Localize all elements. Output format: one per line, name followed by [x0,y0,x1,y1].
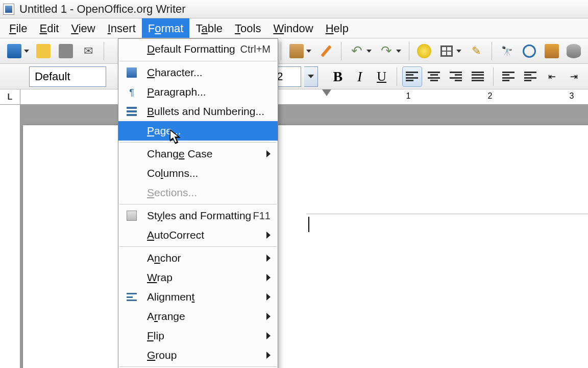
toolbar-separator [409,42,409,60]
menu-insert[interactable]: Insert [102,18,142,38]
styles-icon [7,70,21,84]
standard-toolbar: 🔭 [0,38,588,64]
bold-button[interactable]: B [328,66,348,87]
format-paintbrush-button[interactable] [316,41,336,61]
increase-indent-button[interactable]: ⇥ [564,66,584,87]
align-justify-button[interactable] [468,66,488,87]
menu-change-case[interactable]: Change Case [118,144,278,164]
paragraph-style-combo[interactable]: Default [29,66,106,87]
menu-flip[interactable]: Flip [118,326,278,346]
folder-icon [36,44,51,58]
menu-page[interactable]: Page... [118,121,278,141]
menu-arrange[interactable]: Arrange [118,307,278,326]
align-left-icon [406,72,418,82]
menu-separator [119,204,277,204]
decrease-indent-button[interactable]: ⇤ [542,66,562,87]
alignment-icon [127,293,137,301]
menu-alignment[interactable]: Alignment [118,287,278,307]
horizontal-ruler[interactable]: 1 2 3 [20,89,588,105]
app-icon [3,4,14,15]
menu-edit[interactable]: Edit [33,18,65,38]
toolbar-separator [397,67,397,86]
draw-button[interactable] [466,41,486,61]
menu-format[interactable]: Format [142,18,190,38]
datasources-button[interactable] [564,41,584,61]
database-icon [567,44,581,58]
menu-default-formatting[interactable]: Default Formatting Ctrl+M [118,39,278,59]
font-size-dropdown-button[interactable] [304,66,318,87]
open-button[interactable] [34,41,54,61]
toolbar-separator [281,42,281,60]
binoculars-icon: 🔭 [500,44,514,58]
menu-file[interactable]: File [3,18,33,38]
mail-icon [81,44,95,58]
new-document-button[interactable] [4,41,24,61]
underline-icon: U [377,69,386,84]
save-button[interactable] [56,41,76,61]
menu-bullets-numbering[interactable]: Bullets and Numbering... [118,102,278,121]
bulleted-list-button[interactable] [520,66,540,87]
menu-separator [119,366,277,367]
toolbar-separator [492,42,492,60]
menu-character[interactable]: Character... [118,63,278,82]
navigator-button[interactable] [519,41,540,61]
page[interactable] [23,125,588,368]
menu-styles-formatting[interactable]: Styles and Formatting F11 [118,206,278,225]
document-icon [7,44,21,58]
redo-icon [379,44,394,58]
ruler-mark: 3 [570,91,574,101]
ruler-mark: 2 [488,91,493,101]
ruler-mark: 1 [406,91,411,101]
align-right-button[interactable] [446,66,466,87]
menu-separator [119,61,277,61]
menu-table[interactable]: Table [189,18,229,38]
menu-columns[interactable]: Columns... [118,164,278,183]
menu-paragraph[interactable]: Paragraph... [118,82,278,102]
italic-icon: I [357,68,362,85]
menu-sections: Sections... [118,183,278,202]
find-button[interactable]: 🔭 [497,41,518,61]
formatting-toolbar: Default 12 B I U ⇤ ⇥ [0,64,588,89]
table-icon [439,44,454,58]
align-center-button[interactable] [424,66,444,87]
title-bar: Untitled 1 - OpenOffice.org Writer [0,0,588,18]
document-viewport [20,105,588,368]
menu-group[interactable]: Group [118,346,278,365]
align-right-icon [450,72,462,82]
undo-button[interactable] [347,41,367,61]
menu-window[interactable]: Window [267,18,319,38]
character-icon [127,67,137,78]
first-line-indent-marker[interactable] [322,89,331,96]
menu-help[interactable]: Help [320,18,355,38]
shortcut-label: Ctrl+M [240,43,271,55]
align-left-button[interactable] [402,66,422,87]
paintbrush-icon [319,44,333,58]
pencil-icon [469,44,483,58]
menu-tools[interactable]: Tools [229,18,267,38]
table-button[interactable] [436,41,457,61]
menu-wrap[interactable]: Wrap [118,268,278,287]
link-icon [417,44,431,58]
menu-view[interactable]: View [65,18,101,38]
submenu-arrow-icon [266,150,271,157]
toolbar-separator [104,42,104,60]
submenu-arrow-icon [266,274,271,281]
bulleted-list-icon [524,72,536,82]
redo-button[interactable] [376,41,397,61]
paste-button[interactable] [286,41,307,61]
vertical-ruler[interactable] [0,105,20,368]
picture-icon [545,44,559,58]
hyperlink-button[interactable] [414,41,435,61]
underline-button[interactable]: U [372,66,391,87]
italic-button[interactable]: I [350,66,370,87]
numbered-list-button[interactable] [498,66,518,87]
styles-window-button[interactable] [4,66,24,87]
page-margin-guide [306,214,588,214]
align-center-icon [428,72,440,82]
menu-autocorrect[interactable]: AutoCorrect [118,225,278,245]
mail-button[interactable] [78,41,99,61]
undo-icon [350,44,364,58]
menu-anchor[interactable]: Anchor [118,248,278,268]
save-icon [59,44,73,58]
gallery-button[interactable] [542,41,562,61]
